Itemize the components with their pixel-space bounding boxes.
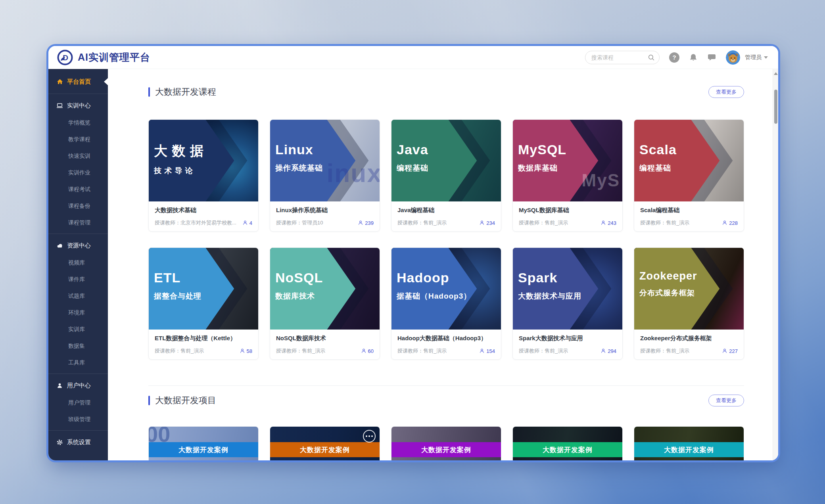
section-accent-bar: [148, 396, 150, 405]
course-name: ETL数据整合与处理（Kettle）: [155, 335, 252, 342]
desktop: { "header": { "app_title": "AI实训管理平台", "…: [0, 0, 825, 504]
chevron-down-icon: [764, 56, 768, 59]
enrolled-icon: [601, 220, 606, 226]
divider: [48, 430, 108, 431]
project-grid: 00 大数据开发案例 大数据开发案例: [148, 426, 744, 460]
sidebar-item[interactable]: 快速实训: [48, 148, 108, 165]
cover-title: NoSQL: [275, 270, 323, 286]
course-teacher: 授课教师：管理员10: [276, 219, 355, 226]
enrolled-icon: [361, 348, 366, 354]
enrolled-count: 243: [608, 220, 616, 226]
sidebar-item[interactable]: 用户管理: [48, 395, 108, 411]
cover-title: ETL: [154, 270, 201, 286]
enrolled-count: 4: [249, 220, 252, 226]
course-teacher: 授课教师：售前_演示: [640, 219, 719, 226]
project-card[interactable]: 00 大数据开发案例: [148, 426, 259, 460]
sidebar-item[interactable]: 教学课程: [48, 131, 108, 148]
user-menu[interactable]: 管理员: [745, 54, 768, 61]
sidebar-item[interactable]: 实训库: [48, 321, 108, 338]
cover-subtitle: 操作系统基础: [275, 163, 323, 173]
enrolled-count: 239: [365, 220, 374, 226]
scrollbar[interactable]: [773, 69, 778, 460]
course-teacher: 授课教师：售前_演示: [519, 347, 597, 355]
username: 管理员: [745, 54, 762, 61]
cover-title: Java: [397, 142, 428, 157]
course-name: MySQL数据库基础: [519, 207, 616, 214]
scroll-up-arrow[interactable]: [774, 72, 778, 75]
cover-subtitle: 编程基础: [397, 163, 428, 173]
avatar[interactable]: [726, 50, 740, 65]
sidebar-item-home[interactable]: 平台首页: [48, 72, 108, 91]
enrolled-icon: [601, 348, 606, 354]
sidebar-section-settings[interactable]: 系统设置: [48, 433, 108, 451]
view-more-button[interactable]: 查看更多: [708, 395, 744, 406]
enrolled-icon: [242, 220, 248, 226]
project-card[interactable]: 大数据开发案例: [634, 426, 744, 460]
sidebar-section-users[interactable]: 用户中心: [48, 376, 108, 395]
course-card[interactable]: 大 数 据 技 术 导 论 大数据技术基础 授课教师：北京市对外贸易学校教...…: [148, 119, 259, 232]
course-name: Zookeeper分布式服务框架: [640, 335, 738, 342]
enrolled-count: 227: [729, 348, 738, 354]
case-banner: 大数据开发案例: [391, 442, 501, 457]
course-teacher: 授课教师：售前_演示: [640, 347, 719, 355]
case-banner: 大数据开发案例: [270, 442, 380, 457]
home-icon: [56, 79, 63, 85]
cover-watermark: MyS: [582, 171, 620, 190]
app-window: D AI实训管理平台 ?: [48, 46, 778, 460]
cover-subtitle: 大数据技术与应用: [518, 291, 581, 301]
search-icon[interactable]: [648, 54, 655, 61]
sidebar-item[interactable]: 课程考试: [48, 181, 108, 198]
course-name: Linux操作系统基础: [276, 207, 374, 214]
sidebar-item[interactable]: 课程备份: [48, 198, 108, 215]
course-card[interactable]: NoSQL 数据库技术 NoSQL数据库技术 授课教师：售前_演示 60: [270, 247, 380, 360]
course-card[interactable]: Zookeeper 分布式服务框架 Zookeeper分布式服务框架 授课教师：…: [634, 247, 744, 360]
notifications-bell-icon[interactable]: [689, 53, 698, 62]
sidebar-section-resources[interactable]: 资源中心: [48, 236, 108, 255]
view-more-button[interactable]: 查看更多: [708, 86, 744, 98]
cover-title: Scala: [639, 142, 677, 157]
cover-title: Hadoop: [397, 270, 471, 286]
sidebar-item[interactable]: 数据集: [48, 338, 108, 355]
enrolled-count: 234: [486, 220, 495, 226]
course-card[interactable]: MyS MySQL 数据库基础 MySQL数据库基础 授课教师：售前_演示: [512, 119, 623, 232]
messages-chat-icon[interactable]: [707, 53, 716, 62]
help-icon[interactable]: ?: [669, 52, 679, 63]
sidebar-item[interactable]: 班级管理: [48, 411, 108, 428]
cover-title: MySQL: [518, 142, 566, 157]
sidebar-item[interactable]: 课件库: [48, 271, 108, 288]
sidebar: 平台首页 实训中心 学情概览 教学课程 快速实训 实训作业 课程考试 课程备份 …: [48, 69, 108, 460]
sidebar-item[interactable]: 工具库: [48, 355, 108, 371]
project-card[interactable]: 大数据开发案例: [512, 426, 623, 460]
sidebar-item[interactable]: 学情概览: [48, 115, 108, 131]
cover-subtitle: 技 术 导 论: [154, 166, 204, 176]
cloud-icon: [56, 242, 63, 249]
scrollbar-thumb[interactable]: [774, 90, 777, 124]
project-card[interactable]: 大数据开发案例: [391, 426, 501, 460]
course-card[interactable]: Scala 编程基础 Scala编程基础 授课教师：售前_演示 228: [634, 119, 744, 232]
cover-subtitle: 分布式服务框架: [639, 288, 697, 298]
course-card[interactable]: Spark 大数据技术与应用 Spark大数据技术与应用 授课教师：售前_演示 …: [512, 247, 623, 360]
sidebar-item[interactable]: 环境库: [48, 305, 108, 321]
app-title: AI实训管理平台: [78, 51, 150, 64]
sidebar-item[interactable]: 视频库: [48, 255, 108, 271]
sidebar-item[interactable]: 课程管理: [48, 215, 108, 231]
section-accent-bar: [148, 87, 150, 97]
course-card[interactable]: ETL 据整合与处理 ETL数据整合与处理（Kettle） 授课教师：售前_演示…: [148, 247, 259, 360]
course-card[interactable]: Java 编程基础 Java编程基础 授课教师：售前_演示 234: [391, 119, 501, 232]
project-card[interactable]: 大数据开发案例: [270, 426, 380, 460]
section-title: 大数据开发课程: [155, 86, 216, 98]
active-item-arrow: [104, 78, 108, 85]
course-card[interactable]: Hadoop 据基础（Hadoop3） Hadoop大数据基础（Hadoop3）…: [391, 247, 501, 360]
section-divider: [148, 385, 744, 386]
enrolled-icon: [479, 348, 485, 354]
sidebar-item[interactable]: 实训作业: [48, 165, 108, 181]
course-name: Hadoop大数据基础（Hadoop3）: [397, 335, 495, 342]
cover-title: Spark: [518, 270, 581, 286]
sidebar-section-training[interactable]: 实训中心: [48, 96, 108, 115]
section-title: 大数据开发项目: [155, 395, 216, 406]
sidebar-item[interactable]: 试题库: [48, 288, 108, 305]
section-header-projects: 大数据开发项目 查看更多: [148, 395, 744, 406]
course-card[interactable]: inux Linux 操作系统基础 Linux操作系统基础 授课教师：管理员10: [270, 119, 380, 232]
cover-subtitle: 数据库基础: [518, 163, 566, 173]
course-teacher: 授课教师：售前_演示: [276, 347, 358, 355]
